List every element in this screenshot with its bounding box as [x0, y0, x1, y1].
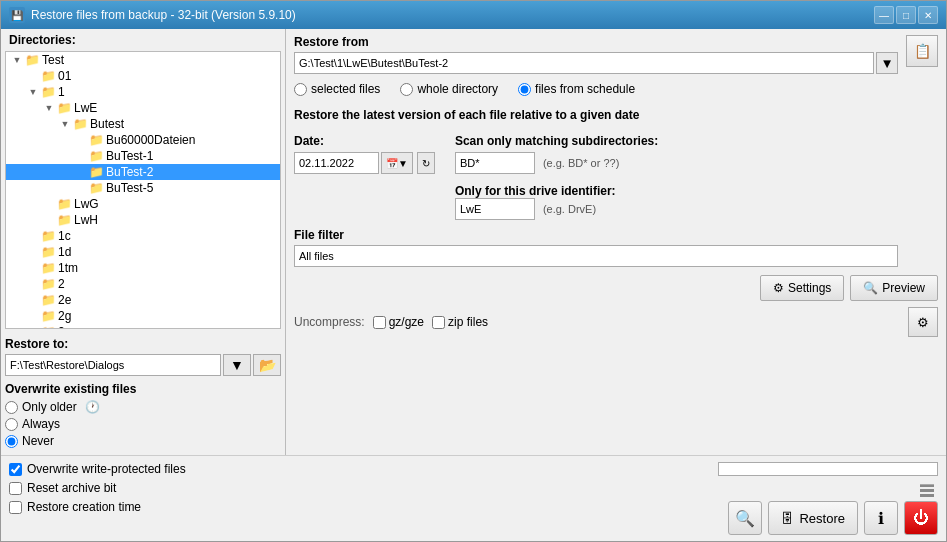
tree-item-2ge[interactable]: 📁2ge [6, 324, 280, 329]
whole-directory-radio[interactable] [400, 83, 413, 96]
tree-toggle-lwg[interactable] [42, 197, 56, 211]
power-button[interactable]: ⏻ [904, 501, 938, 535]
directories-header: Directories: [1, 29, 285, 51]
only-older-radio[interactable] [5, 401, 18, 414]
tree-toggle-butest[interactable]: ▼ [58, 117, 72, 131]
tree-toggle-butest5[interactable] [74, 181, 88, 195]
subdirs-input[interactable] [455, 152, 535, 174]
whole-directory-option[interactable]: whole directory [400, 82, 498, 96]
maximize-button[interactable]: □ [896, 6, 916, 24]
gz-checkbox-label[interactable]: gz/gze [373, 315, 424, 329]
grid-lines-icon-container [920, 484, 938, 497]
tree-item-lwe[interactable]: ▼📁LwE [6, 100, 280, 116]
tree-item-lwh[interactable]: 📁LwH [6, 212, 280, 228]
refresh-date-button[interactable]: ↻ [417, 152, 435, 174]
file-filter-label: File filter [294, 228, 938, 242]
tree-toggle-2e[interactable] [26, 293, 40, 307]
bottom-action-buttons: 🔍 🗄 Restore ℹ ⏻ [728, 501, 938, 535]
tree-item-1tm[interactable]: 📁1tm [6, 260, 280, 276]
tree-item-1c[interactable]: 📁1c [6, 228, 280, 244]
path-dropdown-button[interactable]: ▼ [876, 52, 898, 74]
files-from-schedule-radio[interactable] [518, 83, 531, 96]
restore-button[interactable]: 🗄 Restore [768, 501, 858, 535]
folder-icon-butest1: 📁 [88, 149, 104, 163]
date-input[interactable] [294, 152, 379, 174]
preview-button[interactable]: 🔍 Preview [850, 275, 938, 301]
tree-label-1d: 1d [58, 245, 71, 259]
gz-checkbox[interactable] [373, 316, 386, 329]
tree-item-2e[interactable]: 📁2e [6, 292, 280, 308]
tree-item-butest2[interactable]: 📁BuTest-2 [6, 164, 280, 180]
restore-creation-checkbox[interactable] [9, 501, 22, 514]
directory-tree[interactable]: ▼📁Test📁01▼📁1▼📁LwE▼📁Butest📁Bu60000Dateien… [5, 51, 281, 329]
restore-creation-row[interactable]: Restore creation time [9, 500, 708, 514]
minimize-button[interactable]: — [874, 6, 894, 24]
calendar-button[interactable]: 📅▼ [381, 152, 413, 174]
tree-item-2[interactable]: 📁2 [6, 276, 280, 292]
tree-item-01[interactable]: 📁01 [6, 68, 280, 84]
restore-to-input[interactable] [5, 354, 221, 376]
whole-directory-label: whole directory [417, 82, 498, 96]
settings-button[interactable]: ⚙ Settings [760, 275, 844, 301]
tree-label-2e: 2e [58, 293, 71, 307]
selected-files-radio[interactable] [294, 83, 307, 96]
tree-item-bu60000[interactable]: 📁Bu60000Dateien [6, 132, 280, 148]
tree-label-test: Test [42, 53, 64, 67]
search-files-button[interactable]: 🔍 [728, 501, 762, 535]
tree-toggle-2g[interactable] [26, 309, 40, 323]
tree-item-butest[interactable]: ▼📁Butest [6, 116, 280, 132]
reset-archive-checkbox[interactable] [9, 482, 22, 495]
overwrite-protected-row[interactable]: Overwrite write-protected files [9, 462, 708, 476]
tree-toggle-bu60000[interactable] [74, 133, 88, 147]
tree-toggle-lwe[interactable]: ▼ [42, 101, 56, 115]
right-gear-button[interactable]: ⚙ [908, 307, 938, 337]
tree-toggle-2[interactable] [26, 277, 40, 291]
close-button[interactable]: ✕ [918, 6, 938, 24]
folder-icon-2e: 📁 [40, 293, 56, 307]
tree-toggle-test[interactable]: ▼ [10, 53, 24, 67]
zip-checkbox-label[interactable]: zip files [432, 315, 488, 329]
reset-archive-row[interactable]: Reset archive bit [9, 481, 708, 495]
tree-toggle-butest2[interactable] [74, 165, 88, 179]
tree-item-butest5[interactable]: 📁BuTest-5 [6, 180, 280, 196]
tree-toggle-1[interactable]: ▼ [26, 85, 40, 99]
drive-row: (e.g. DrvE) [455, 198, 658, 220]
file-filter-input[interactable] [294, 245, 898, 267]
info-button[interactable]: ℹ [864, 501, 898, 535]
overwrite-protected-checkbox[interactable] [9, 463, 22, 476]
corner-icon-button[interactable]: 📋 [906, 35, 938, 67]
tree-toggle-2ge[interactable] [26, 325, 40, 329]
drive-input[interactable] [455, 198, 535, 220]
zip-checkbox[interactable] [432, 316, 445, 329]
restore-to-folder-button[interactable]: 📂 [253, 354, 281, 376]
never-radio[interactable] [5, 435, 18, 448]
tree-item-1d[interactable]: 📁1d [6, 244, 280, 260]
folder-icon-bu60000: 📁 [88, 133, 104, 147]
settings-icon: ⚙ [773, 281, 784, 295]
tree-label-01: 01 [58, 69, 71, 83]
preview-icon: 🔍 [863, 281, 878, 295]
zip-label: zip files [448, 315, 488, 329]
overwrite-protected-label: Overwrite write-protected files [27, 462, 186, 476]
tree-item-lwg[interactable]: 📁LwG [6, 196, 280, 212]
restore-to-browse-button[interactable]: ▼ [223, 354, 251, 376]
tree-toggle-1c[interactable] [26, 229, 40, 243]
tree-item-butest1[interactable]: 📁BuTest-1 [6, 148, 280, 164]
tree-label-1c: 1c [58, 229, 71, 243]
drive-label: Only for this drive identifier: [455, 184, 658, 198]
always-radio[interactable] [5, 418, 18, 431]
tree-item-2g[interactable]: 📁2g [6, 308, 280, 324]
restore-to-row: ▼ 📂 [5, 354, 281, 376]
tree-toggle-01[interactable] [26, 69, 40, 83]
tree-toggle-1d[interactable] [26, 245, 40, 259]
tree-label-lwe: LwE [74, 101, 97, 115]
right-panel: 📋 Restore from ▼ selected files whole di… [286, 29, 946, 455]
tree-toggle-lwh[interactable] [42, 213, 56, 227]
selected-files-option[interactable]: selected files [294, 82, 380, 96]
tree-toggle-butest1[interactable] [74, 149, 88, 163]
tree-item-1[interactable]: ▼📁1 [6, 84, 280, 100]
files-from-schedule-option[interactable]: files from schedule [518, 82, 635, 96]
tree-toggle-1tm[interactable] [26, 261, 40, 275]
restore-from-input[interactable] [294, 52, 874, 74]
tree-item-test[interactable]: ▼📁Test [6, 52, 280, 68]
